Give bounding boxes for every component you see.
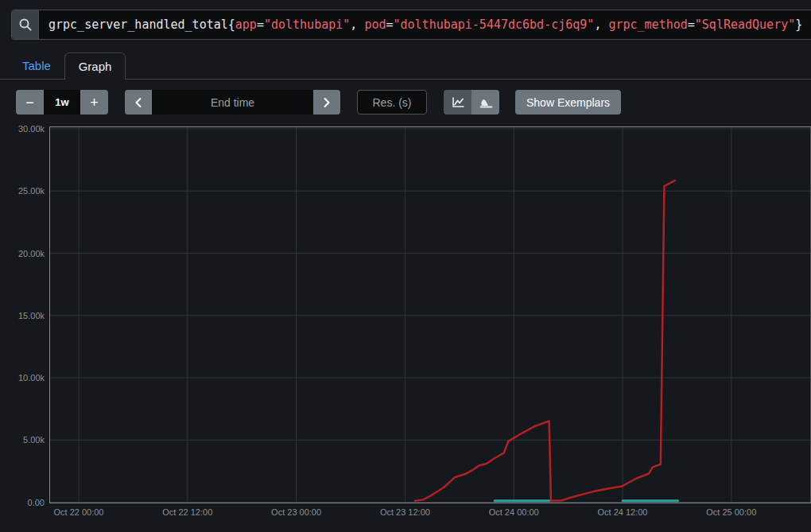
plot-border	[50, 127, 811, 503]
y-tick-label: 15.00k	[18, 311, 45, 320]
query-segment: =	[386, 17, 393, 32]
query-segment: "dolthubapi"	[264, 17, 350, 32]
range-increase-button[interactable]: +	[80, 90, 108, 115]
y-tick-label: 0.00	[28, 498, 45, 507]
query-segment: app	[235, 17, 257, 32]
y-tick-label: 30.00k	[18, 124, 45, 134]
y-tick-label: 10.00k	[18, 373, 45, 382]
query-bar: grpc_server_handled_total{app="dolthubap…	[11, 10, 811, 40]
range-decrease-button[interactable]: −	[16, 90, 44, 115]
show-exemplars-button[interactable]: Show Exemplars	[515, 90, 621, 115]
range-input[interactable]	[44, 90, 80, 115]
stacked-chart-toggle-button[interactable]	[471, 90, 499, 115]
y-tick-label: 5.00k	[23, 435, 45, 445]
end-time-next-button[interactable]	[313, 90, 340, 115]
execute-query-button[interactable]	[12, 10, 39, 39]
chart-type-toggle-group	[444, 90, 499, 115]
x-tick-label: Oct 25 00:00	[706, 507, 756, 517]
series-line	[415, 181, 675, 501]
range-control-group: − +	[16, 90, 108, 115]
tab-table[interactable]: Table	[22, 52, 51, 79]
query-input[interactable]: grpc_server_handled_total{app="dolthubap…	[39, 10, 811, 39]
x-tick-label: Oct 23 12:00	[380, 507, 430, 517]
prometheus-expression-browser: Oct 22 00:00Oct 22 12:00Oct 23 00:00Oct …	[0, 0, 811, 532]
y-tick-label: 25.00k	[18, 186, 45, 196]
query-segment: =	[257, 17, 264, 32]
line-chart-toggle-button[interactable]	[444, 90, 471, 115]
graph-canvas[interactable]: Oct 22 00:00Oct 22 12:00Oct 23 00:00Oct …	[0, 0, 811, 532]
query-segment: pod	[364, 17, 386, 32]
query-segment: ,	[594, 17, 608, 32]
chevron-right-icon	[323, 97, 331, 108]
query-segment: grpc_method	[608, 17, 687, 32]
x-tick-label: Oct 24 00:00	[489, 507, 539, 517]
query-segment: }	[795, 17, 802, 32]
x-tick-label: Oct 24 12:00	[598, 507, 648, 517]
x-tick-label: Oct 22 12:00	[162, 507, 212, 517]
search-icon	[18, 17, 33, 32]
query-segment: grpc_server_handled_total{	[49, 17, 235, 32]
chevron-left-icon	[134, 97, 142, 108]
x-tick-label: Oct 22 00:00	[54, 507, 104, 517]
query-segment: ,	[350, 17, 364, 32]
resolution-input[interactable]	[357, 90, 427, 115]
query-segment: "dolthubapi-5447dc6bd-cj6q9"	[394, 17, 595, 32]
query-segment: =	[688, 17, 695, 32]
end-time-control-group	[125, 90, 340, 115]
end-time-prev-button[interactable]	[125, 90, 152, 115]
end-time-input[interactable]	[152, 90, 313, 115]
tab-graph[interactable]: Graph	[64, 52, 126, 80]
y-tick-label: 20.00k	[18, 249, 45, 258]
line-chart-icon	[451, 95, 465, 109]
query-segment: "SqlReadQuery"	[695, 17, 795, 32]
x-tick-label: Oct 23 00:00	[271, 507, 321, 517]
stacked-chart-icon	[479, 95, 493, 109]
